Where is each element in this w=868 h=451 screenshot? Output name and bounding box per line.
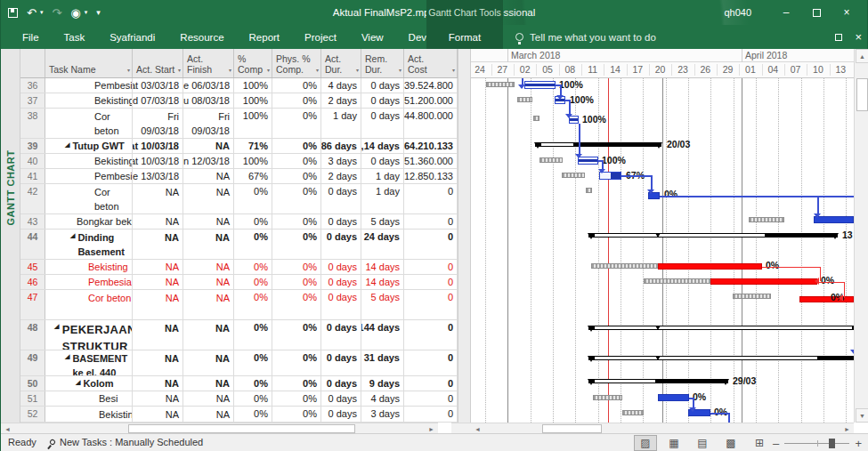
pct-comp-cell[interactable]: 0% (234, 320, 272, 350)
phys-pct-cell[interactable]: 0% (272, 154, 321, 168)
phys-pct-cell[interactable]: 0% (272, 78, 321, 93)
summary-bar[interactable] (588, 233, 838, 238)
act-dur-cell[interactable]: 0 days (321, 407, 361, 422)
maximize-button[interactable] (801, 0, 831, 25)
rem-dur-cell[interactable]: 0 days (361, 154, 404, 168)
act-start-cell[interactable]: Fri 09/03/18 (133, 109, 183, 138)
save-icon[interactable] (8, 8, 18, 18)
act-start-cell[interactable]: Wed 07/03/18 (133, 93, 183, 108)
summary-bar[interactable] (588, 379, 728, 383)
scroll-up-icon[interactable]: ▲ (856, 49, 868, 63)
phys-pct-cell[interactable]: 0% (272, 169, 321, 183)
act-cost-cell[interactable]: 0 (404, 290, 458, 319)
close-button[interactable]: × (831, 0, 862, 25)
act-dur-cell[interactable]: 0 days (321, 214, 361, 229)
pct-comp-cell[interactable]: 0% (234, 260, 272, 274)
act-dur-cell[interactable]: 2 days (321, 169, 361, 183)
restore-window-icon[interactable] (835, 34, 842, 41)
critical-task-bar[interactable] (710, 278, 817, 285)
act-dur-cell[interactable]: 7,86 days (321, 139, 361, 153)
rem-dur-cell[interactable]: 144 days (361, 320, 404, 350)
act-cost-cell[interactable]: 39.524.800 (404, 78, 458, 93)
act-finish-cell[interactable]: NA (183, 184, 234, 213)
timescale[interactable]: March 2018April 2018 2427020508111417202… (471, 49, 854, 78)
view-shortcut-resource-sheet-icon[interactable]: ▩ (719, 435, 742, 451)
pct-comp-cell[interactable]: 0% (234, 290, 272, 319)
act-cost-cell[interactable]: 0 (404, 260, 458, 274)
baseline-bar[interactable] (733, 294, 771, 299)
task-name-cell[interactable]: Pembesian (45, 169, 133, 183)
task-name-cell[interactable]: Cor beton (45, 290, 133, 319)
phys-pct-cell[interactable]: 0% (272, 407, 321, 422)
filter-arrow-icon[interactable]: ▾ (356, 68, 359, 74)
task-name-cell[interactable]: ◢PEKERJAAN STRUKTUR (45, 320, 133, 350)
act-finish-cell[interactable]: NA (183, 320, 234, 350)
table-row[interactable]: 42Cor betonNANA0%0%0 days1 day0 (20, 184, 458, 214)
act-finish-cell[interactable]: Mon 12/03/18 (183, 154, 234, 168)
act-start-cell[interactable]: Sat 03/03/18 (133, 78, 183, 93)
undo-dropdown-icon[interactable]: ▾ (40, 9, 44, 16)
expand-triangle-icon[interactable]: ◢ (65, 353, 69, 360)
zoom-slider[interactable]: – + (773, 434, 862, 451)
tab-view[interactable]: View (349, 25, 396, 49)
table-row[interactable]: 51BesiNANA0%0%0 days4 days0 (20, 391, 458, 407)
view-shortcut-gantt-chart-icon[interactable]: ▨ (634, 435, 657, 451)
column-header-act-cost[interactable]: Act. Cost▾ (404, 49, 458, 77)
phys-pct-cell[interactable]: 0% (272, 275, 321, 289)
gantt-horizontal-scrollbar[interactable]: ◄ ► (451, 423, 854, 433)
column-header-act-start[interactable]: Act. Start▾ (133, 49, 183, 77)
tell-me-box[interactable]: Tell me what you want to do (515, 25, 656, 49)
act-finish-cell[interactable]: NA (183, 260, 234, 274)
customize-qat-icon[interactable]: ▾ (96, 9, 101, 17)
pct-comp-cell[interactable]: 0% (234, 214, 272, 229)
pct-comp-cell[interactable]: 100% (234, 78, 272, 93)
view-shortcut-team-planner-icon[interactable]: ▤ (691, 435, 714, 451)
row-number[interactable]: 50 (20, 376, 45, 391)
baseline-bar[interactable] (622, 410, 644, 415)
act-start-cell[interactable]: NA (133, 214, 183, 229)
pct-comp-cell[interactable]: 0% (234, 391, 272, 406)
row-number[interactable]: 36 (20, 78, 45, 93)
table-row[interactable]: 47Cor betonNANA0%0%0 days5 days0 (20, 290, 458, 320)
touch-mode-icon[interactable]: ◉ (70, 7, 80, 19)
rem-dur-cell[interactable]: 9 days (361, 376, 404, 391)
rem-dur-cell[interactable]: 1 day (361, 169, 404, 183)
phys-pct-cell[interactable]: 0% (272, 260, 321, 274)
baseline-bar[interactable] (593, 395, 622, 400)
phys-pct-cell[interactable]: 0% (272, 109, 321, 138)
pct-comp-cell[interactable]: 100% (234, 93, 272, 108)
column-header-rem-dur-[interactable]: Rem. Dur.▾ (361, 49, 404, 77)
rem-dur-cell[interactable]: 31 days (361, 350, 404, 375)
tab-file[interactable]: File (10, 25, 52, 49)
act-dur-cell[interactable]: 0 days (321, 184, 361, 213)
filter-arrow-icon[interactable]: ▾ (316, 68, 319, 74)
table-row[interactable]: 37BekistingWed 07/03/18Thu 08/03/18100%0… (20, 93, 458, 109)
pct-comp-cell[interactable]: 0% (234, 275, 272, 289)
task-name-cell[interactable]: Besi (45, 391, 133, 406)
row-number[interactable]: 37 (20, 93, 45, 108)
column-header-row-select[interactable] (20, 49, 45, 77)
act-cost-cell[interactable]: 0 (404, 320, 458, 350)
column-header-act-finish[interactable]: Act. Finish▾ (183, 49, 234, 77)
task-name-cell[interactable]: ◢Tutup GWT (45, 139, 133, 153)
phys-pct-cell[interactable]: 0% (272, 376, 321, 391)
pct-comp-cell[interactable]: 0% (234, 376, 272, 391)
act-finish-cell[interactable]: NA (183, 350, 234, 375)
act-dur-cell[interactable]: 0 days (321, 320, 361, 350)
task-name-cell[interactable]: ◢BASEMENT ke el. 440 (45, 350, 133, 375)
act-start-cell[interactable]: Sat 10/03/18 (133, 154, 183, 168)
baseline-bar[interactable] (533, 116, 539, 121)
rem-dur-cell[interactable]: 1 day (361, 184, 404, 213)
act-finish-cell[interactable]: Fri 09/03/18 (183, 109, 234, 138)
new-tasks-status[interactable]: New Tasks : Manually Scheduled (50, 437, 203, 447)
act-dur-cell[interactable]: 4 days (321, 78, 361, 93)
act-start-cell[interactable]: NA (133, 275, 183, 289)
table-scroll-thumb[interactable] (128, 424, 355, 433)
pct-comp-cell[interactable]: 67% (234, 169, 272, 183)
baseline-bar[interactable] (517, 97, 532, 102)
rem-dur-cell[interactable]: 5 days (361, 290, 404, 319)
table-row[interactable]: 36PembesianSat 03/03/18Tue 06/03/18100%0… (20, 78, 458, 93)
row-number[interactable]: 39 (20, 139, 45, 153)
act-cost-cell[interactable]: 0 (404, 350, 458, 375)
table-row[interactable]: 38Cor betonFri 09/03/18Fri 09/03/18100%0… (20, 109, 458, 139)
